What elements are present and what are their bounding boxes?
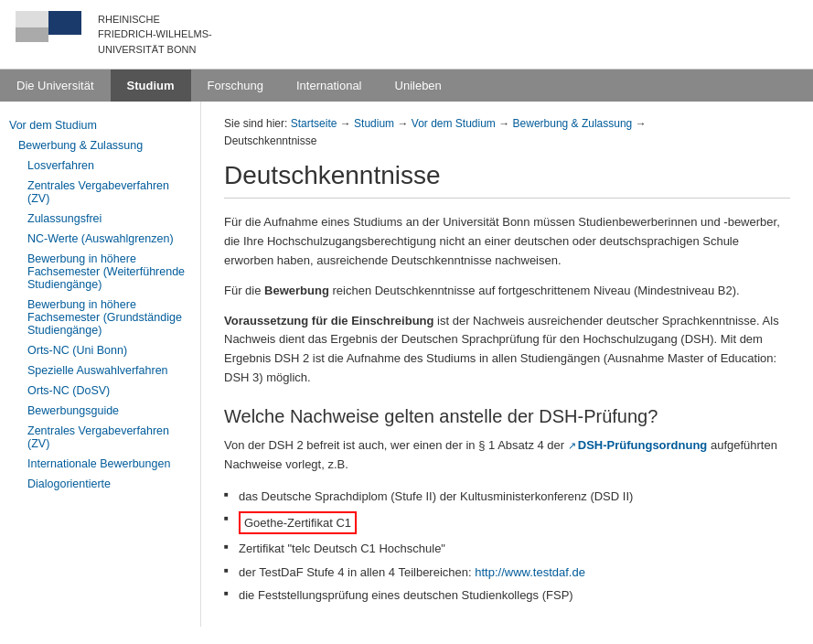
page-title: Deutschkenntnisse (224, 161, 790, 199)
paragraph-2-prefix: Für die (224, 284, 264, 297)
sidebar-item-zulassungsfrei[interactable]: Zulassungsfrei (9, 209, 191, 229)
list-item-goethe: Goethe-Zertifikat C1 (224, 509, 790, 538)
breadcrumb-current: Deutschkenntnisse (224, 134, 316, 147)
nav-item-die-uni[interactable]: Die Universität (0, 70, 111, 102)
nav-item-forschung[interactable]: Forschung (191, 70, 280, 102)
breadcrumb-sep1: → (340, 117, 354, 130)
paragraph-3: Voraussetzung für die Einschreibung ist … (224, 312, 790, 388)
header: RHEINISCHE FRIEDRICH-WILHELMS- UNIVERSIT… (0, 0, 813, 70)
paragraph-2-suffix: reichen Deutschkenntnisse auf fortgeschr… (329, 284, 740, 297)
svg-rect-4 (16, 11, 48, 27)
content-area: Sie sind hier: Startseite → Studium → Vo… (201, 102, 813, 627)
sidebar-item-bewerbung-hoehere-weiterfuehrend[interactable]: Bewerbung in höhere Fachsemester (Weiter… (9, 249, 191, 295)
sidebar-item-spezielle-auswahlverfahren[interactable]: Spezielle Auswahlverfahren (9, 360, 191, 381)
list-item-fsp-text: die Feststellungsprüfung eines deutschen… (239, 588, 573, 602)
section-intro-prefix: Von der DSH 2 befreit ist auch, wer eine… (224, 438, 568, 452)
breadcrumb: Sie sind hier: Startseite → Studium → Vo… (224, 115, 790, 150)
list-item-dsd: das Deutsche Sprachdiplom (Stufe II) der… (224, 485, 790, 509)
bullet-list: das Deutsche Sprachdiplom (Stufe II) der… (224, 485, 790, 607)
list-item-dsd-text: das Deutsche Sprachdiplom (Stufe II) der… (239, 489, 633, 503)
nav-item-international[interactable]: International (280, 70, 379, 102)
paragraph-1: Für die Aufnahme eines Studiums an der U… (224, 213, 790, 270)
logo-area: RHEINISCHE FRIEDRICH-WILHELMS- UNIVERSIT… (14, 9, 212, 59)
list-item-telc: Zertifikat "telc Deutsch C1 Hochschule" (224, 537, 790, 561)
list-item-testdaf-prefix: der TestDaF Stufe 4 in allen 4 Teilberei… (239, 565, 475, 579)
sidebar-item-zentrales-vergabe1[interactable]: Zentrales Vergabeverfahren (ZV) (9, 176, 191, 209)
sidebar-item-dialogorientierte[interactable]: Dialogorientierte (9, 474, 191, 494)
nav-item-unileben[interactable]: Unileben (379, 70, 458, 102)
sidebar-item-vor-dem-studium[interactable]: Vor dem Studium (9, 115, 191, 135)
sidebar-item-orts-nc-uni[interactable]: Orts-NC (Uni Bonn) (9, 340, 191, 360)
breadcrumb-sep4: → (636, 117, 647, 130)
svg-marker-3 (16, 27, 48, 42)
breadcrumb-vor-dem-studium[interactable]: Vor dem Studium (412, 117, 496, 130)
list-item-telc-text: Zertifikat "telc Deutsch C1 Hochschule" (239, 542, 445, 555)
breadcrumb-startseite[interactable]: Startseite (291, 117, 337, 130)
list-item-goethe-text: Goethe-Zertifikat C1 (244, 516, 351, 530)
sidebar: Vor dem Studium Bewerbung & Zulassung Lo… (0, 102, 201, 627)
section-intro: Von der DSH 2 befreit ist auch, wer eine… (224, 436, 790, 475)
paragraph-2-bold: Bewerbung (264, 284, 329, 297)
sidebar-item-nc-werte[interactable]: NC-Werte (Auswahlgrenzen) (9, 229, 191, 249)
goethe-zertifikat-highlight: Goethe-Zertifikat C1 (239, 511, 357, 535)
university-logo (14, 9, 87, 59)
sidebar-item-bewerbung-zulassung[interactable]: Bewerbung & Zulassung (9, 135, 191, 156)
sidebar-item-zentrales-vergabe2[interactable]: Zentrales Vergabeverfahren (ZV) (9, 421, 191, 454)
list-item-testdaf: der TestDaF Stufe 4 in allen 4 Teilberei… (224, 561, 790, 585)
list-item-fsp: die Feststellungsprüfung eines deutschen… (224, 584, 790, 607)
section-title: Welche Nachweise gelten anstelle der DSH… (224, 406, 790, 427)
sidebar-item-losverfahren[interactable]: Losverfahren (9, 156, 191, 176)
nav-item-studium[interactable]: Studium (111, 70, 191, 102)
breadcrumb-sep2: → (397, 117, 411, 130)
breadcrumb-sep3: → (498, 117, 512, 130)
dsh-pruefungsordnung-link[interactable]: DSH-Prüfungsordnung (568, 438, 708, 452)
university-name-text: RHEINISCHE FRIEDRICH-WILHELMS- UNIVERSIT… (98, 12, 212, 58)
sidebar-item-bewerbungsguide[interactable]: Bewerbungsguide (9, 401, 191, 421)
breadcrumb-bewerbung[interactable]: Bewerbung & Zulassung (513, 117, 633, 130)
paragraph-3-bold: Voraussetzung für die Einschreibung (224, 314, 433, 327)
sidebar-item-bewerbung-hoehere-grundstaendig[interactable]: Bewerbung in höhere Fachsemester (Grunds… (9, 295, 191, 340)
sidebar-item-internationale-bewerbungen[interactable]: Internationale Bewerbungen (9, 454, 191, 474)
paragraph-2: Für die Bewerbung reichen Deutschkenntni… (224, 282, 790, 301)
sidebar-item-orts-nc-dosv[interactable]: Orts-NC (DoSV) (9, 381, 191, 401)
dsh-link-label: DSH-Prüfungsordnung (578, 438, 708, 452)
main-layout: Vor dem Studium Bewerbung & Zulassung Lo… (0, 102, 813, 627)
svg-marker-2 (48, 11, 81, 35)
breadcrumb-studium[interactable]: Studium (354, 117, 394, 130)
main-nav: Die Universität Studium Forschung Intern… (0, 70, 813, 102)
testdaf-link[interactable]: http://www.testdaf.de (475, 565, 585, 579)
